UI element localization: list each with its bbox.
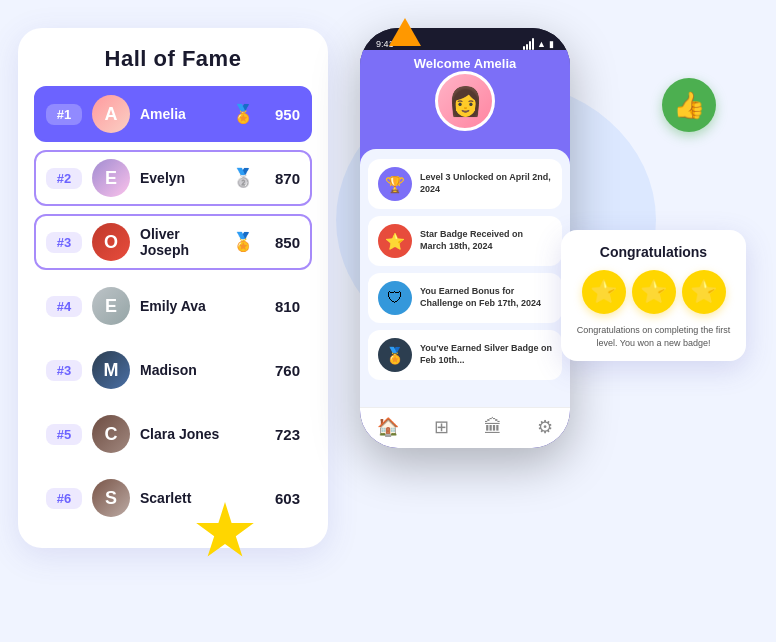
wifi-icon: ▲ [537,39,546,49]
rank-badge-7: #6 [46,488,82,509]
hall-of-fame-card: Hall of Fame #1 A Amelia 🏅 950 #2 E Evel… [18,28,328,548]
hof-item-1[interactable]: #1 A Amelia 🏅 950 [34,86,312,142]
phone-nav: 🏠 ⊞ 🏛 ⚙ [360,407,570,448]
hof-name-5: Madison [140,362,254,378]
medal-3: 🏅 [232,231,254,253]
activity-icon-2: ⭐ [378,224,412,258]
activity-text-4: You've Earned Silver Badge on Feb 10th..… [420,343,552,366]
nav-settings-icon[interactable]: ⚙ [537,416,553,438]
hall-of-fame-title: Hall of Fame [34,46,312,72]
hof-name-6: Clara Jones [140,426,254,442]
avatar-3: O [92,223,130,261]
medal-1: 🏅 [232,103,254,125]
activity-text-3: You Earned Bonus for Challenge on Feb 17… [420,286,552,309]
star-3: ⭐ [682,270,726,314]
phone-user-avatar: 👩 [435,71,495,131]
status-icons: ▲ ▮ [523,38,554,50]
hof-name-2: Evelyn [140,170,222,186]
phone-avatar-container: 👩 [360,71,570,131]
activity-item-1[interactable]: 🏆 Level 3 Unlocked on April 2nd, 2024 [368,159,562,209]
rank-badge-3: #3 [46,232,82,253]
hof-item-4[interactable]: #4 E Emily Ava 810 [34,278,312,334]
triangle-decoration [389,18,421,46]
nav-building-icon[interactable]: 🏛 [484,417,502,438]
rank-badge-6: #5 [46,424,82,445]
hof-item-2[interactable]: #2 E Evelyn 🥈 870 [34,150,312,206]
activity-item-4[interactable]: 🏅 You've Earned Silver Badge on Feb 10th… [368,330,562,380]
nav-home-icon[interactable]: 🏠 [377,416,399,438]
hof-item-7[interactable]: #6 S Scarlett 603 [34,470,312,526]
phone-mockup: 9:41 ▲ ▮ Welcome Amelia 👩 🏆 Level 3 Unlo… [360,28,570,448]
hall-of-fame-list: #1 A Amelia 🏅 950 #2 E Evelyn 🥈 870 #3 O… [34,86,312,526]
activity-icon-1: 🏆 [378,167,412,201]
battery-icon: ▮ [549,39,554,49]
activity-text-1: Level 3 Unlocked on April 2nd, 2024 [420,172,552,195]
congrats-message: Congratulations on completing the first … [575,324,732,349]
hof-item-3[interactable]: #3 O Oliver Joseph 🏅 850 [34,214,312,270]
activity-item-2[interactable]: ⭐ Star Badge Received on March 18th, 202… [368,216,562,266]
hof-item-6[interactable]: #5 C Clara Jones 723 [34,406,312,462]
hof-name-4: Emily Ava [140,298,254,314]
hof-name-1: Amelia [140,106,222,122]
rank-badge-4: #4 [46,296,82,317]
phone-screen: Welcome Amelia 👩 🏆 Level 3 Unlocked on A… [360,50,570,448]
hof-score-4: 810 [264,298,300,315]
hof-score-6: 723 [264,426,300,443]
medal-2: 🥈 [232,167,254,189]
phone-header: Welcome Amelia 👩 [360,50,570,149]
thumbs-up-icon: 👍 [662,78,716,132]
congrats-popup: Congratulations ⭐ ⭐ ⭐ Congratulations on… [561,230,746,361]
hof-name-3: Oliver Joseph [140,226,222,258]
hof-score-7: 603 [264,490,300,507]
star-1: ⭐ [582,270,626,314]
congrats-title: Congratulations [575,244,732,260]
avatar-6: C [92,415,130,453]
rank-badge-1: #1 [46,104,82,125]
activity-icon-3: 🛡 [378,281,412,315]
activity-item-3[interactable]: 🛡 You Earned Bonus for Challenge on Feb … [368,273,562,323]
signal-icon [523,38,534,50]
hof-score-3: 850 [264,234,300,251]
rank-badge-5: #3 [46,360,82,381]
hof-score-2: 870 [264,170,300,187]
phone-content: 🏆 Level 3 Unlocked on April 2nd, 2024 ⭐ … [360,149,570,407]
hof-score-1: 950 [264,106,300,123]
avatar-1: A [92,95,130,133]
star-2: ⭐ [632,270,676,314]
rank-badge-2: #2 [46,168,82,189]
hof-score-5: 760 [264,362,300,379]
welcome-text: Welcome Amelia [360,56,570,71]
avatar-5: M [92,351,130,389]
avatar-4: E [92,287,130,325]
avatar-7: S [92,479,130,517]
activity-text-2: Star Badge Received on March 18th, 2024 [420,229,552,252]
nav-grid-icon[interactable]: ⊞ [434,416,449,438]
avatar-2: E [92,159,130,197]
activity-icon-4: 🏅 [378,338,412,372]
hof-name-7: Scarlett [140,490,254,506]
stars-row: ⭐ ⭐ ⭐ [575,270,732,314]
hof-item-5[interactable]: #3 M Madison 760 [34,342,312,398]
